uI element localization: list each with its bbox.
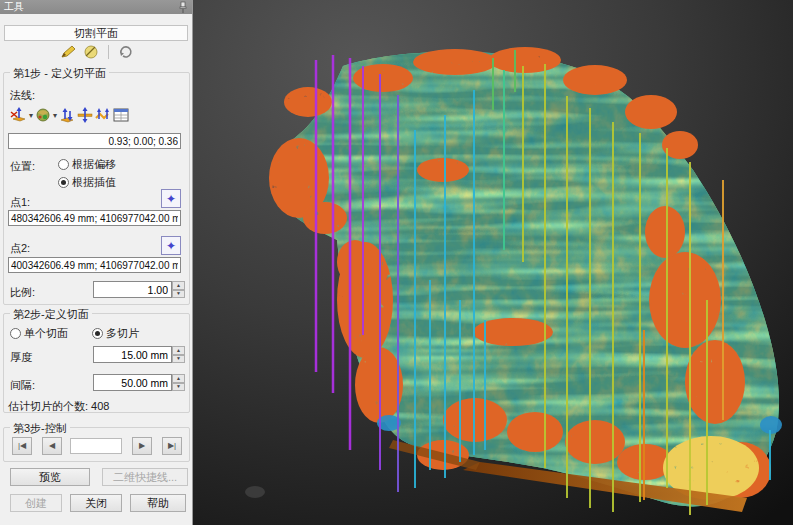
radio-single-section-label: 单个切面: [24, 327, 68, 339]
pick-crosshair-icon: ✦: [166, 192, 176, 206]
interval-up-button[interactable]: ▲: [172, 374, 185, 383]
normal-fit-dropdown[interactable]: ▾: [53, 111, 57, 120]
normal-from-view-dropdown[interactable]: ▾: [29, 111, 33, 120]
point2-input[interactable]: [8, 257, 181, 273]
scale-label: 比例:: [10, 285, 35, 300]
coordinates-table-icon[interactable]: [112, 106, 130, 124]
rotate-view-icon[interactable]: [117, 43, 135, 61]
toolbar-separator: [108, 45, 109, 59]
preview-button[interactable]: 预览: [10, 468, 90, 486]
create-button[interactable]: 创建: [10, 494, 62, 512]
slice-count-estimate: 估计切片的个数: 408: [8, 399, 109, 414]
thickness-down-button[interactable]: ▼: [172, 355, 185, 364]
interval-label: 间隔:: [10, 378, 35, 393]
invert-normal-icon[interactable]: [58, 106, 76, 124]
radio-multi-slices-label: 多切片: [106, 327, 139, 339]
scale-input[interactable]: [93, 281, 172, 298]
help-button[interactable]: 帮助: [130, 494, 186, 512]
cutting-plane-header: 切割平面: [4, 25, 188, 41]
shortcut-2d-button[interactable]: 二维快捷线...: [102, 468, 188, 486]
normal-icon-row: ▾ ▾: [10, 106, 130, 124]
scale-spinner: ▲ ▼: [93, 281, 185, 298]
pin-icon[interactable]: [178, 1, 188, 13]
radio-by-interpolation[interactable]: [58, 177, 69, 188]
nav-next-button[interactable]: ▶: [132, 437, 152, 455]
panel-title: 工具: [4, 1, 24, 12]
thickness-input[interactable]: [93, 346, 172, 363]
interval-spinner: ▲ ▼: [93, 374, 185, 391]
nav-prev-button[interactable]: ◀: [42, 437, 62, 455]
normal-fit-sphere-icon[interactable]: [34, 106, 52, 124]
scale-up-button[interactable]: ▲: [172, 281, 185, 290]
thickness-up-button[interactable]: ▲: [172, 346, 185, 355]
radio-single-section[interactable]: [10, 328, 21, 339]
tools-panel: 工具 切割平面: [0, 0, 193, 525]
pick-crosshair-icon: ✦: [166, 239, 176, 253]
radio-row-single: 单个切面: [10, 326, 68, 341]
radio-by-offset-label: 根据偏移: [72, 158, 116, 170]
edit-plane-icon[interactable]: [59, 43, 77, 61]
normal-from-view-icon[interactable]: [10, 106, 28, 124]
plane-two-points-icon[interactable]: [94, 106, 112, 124]
radio-by-offset[interactable]: [58, 159, 69, 170]
normal-label: 法线:: [10, 88, 35, 103]
position-label: 位置:: [10, 159, 35, 174]
3d-viewport[interactable]: [193, 0, 793, 525]
point1-pick-button[interactable]: ✦: [161, 189, 181, 208]
step1-group-label: 第1步 - 定义切平面: [10, 66, 109, 81]
interval-input[interactable]: [93, 374, 172, 391]
point2-label: 点2:: [10, 241, 30, 256]
thickness-label: 厚度: [10, 350, 32, 365]
close-button[interactable]: 关闭: [70, 494, 122, 512]
radio-multi-slices[interactable]: [92, 328, 103, 339]
point1-input[interactable]: [8, 210, 181, 226]
radio-row-offset: 根据偏移: [58, 157, 116, 172]
step2-group-label: 第2步-定义切面: [10, 307, 92, 322]
scale-down-button[interactable]: ▼: [172, 290, 185, 299]
radio-row-interp: 根据插值: [58, 175, 116, 190]
point2-pick-button[interactable]: ✦: [161, 236, 181, 255]
thickness-spinner: ▲ ▼: [93, 346, 185, 363]
panel-titlebar[interactable]: 工具: [0, 0, 192, 14]
align-axis-icon[interactable]: [76, 106, 94, 124]
interval-down-button[interactable]: ▼: [172, 383, 185, 392]
select-sphere-icon[interactable]: [82, 43, 100, 61]
nav-first-button[interactable]: |◀: [12, 437, 32, 455]
step3-group-label: 第3步-控制: [10, 421, 70, 436]
slice-index-input[interactable]: [70, 438, 122, 454]
nav-last-button[interactable]: ▶|: [162, 437, 182, 455]
application-window: 工具 切割平面: [0, 0, 793, 525]
point-cloud-scene: [193, 0, 793, 525]
radio-row-multi: 多切片: [92, 326, 139, 341]
normal-vector-input[interactable]: [8, 133, 181, 149]
radio-by-interpolation-label: 根据插值: [72, 176, 116, 188]
panel-toolbar: [0, 42, 193, 62]
point1-label: 点1:: [10, 195, 30, 210]
